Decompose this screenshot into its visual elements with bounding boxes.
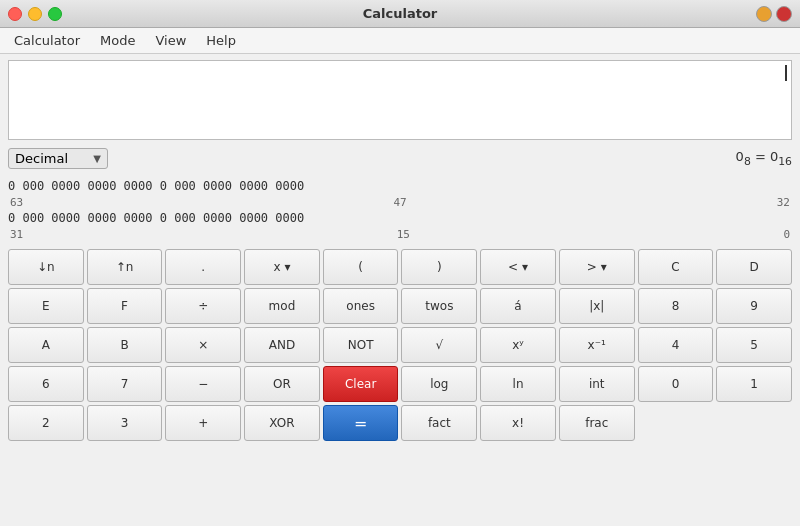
key-b[interactable]: B bbox=[87, 327, 163, 363]
title-bar: Calculator bbox=[0, 0, 800, 28]
key-and[interactable]: AND bbox=[244, 327, 320, 363]
key-frac[interactable]: frac bbox=[559, 405, 635, 441]
window-controls bbox=[8, 7, 62, 21]
bit-row-2-labels: 31 15 0 bbox=[8, 228, 792, 241]
key--x-[interactable]: |x| bbox=[559, 288, 635, 324]
key--[interactable]: √ bbox=[401, 327, 477, 363]
bit-label-15: 15 bbox=[397, 228, 410, 241]
bit-label-63: 63 bbox=[10, 196, 23, 209]
key-4[interactable]: 4 bbox=[638, 327, 714, 363]
key--n[interactable]: ↑n bbox=[87, 249, 163, 285]
key-0[interactable]: 0 bbox=[638, 366, 714, 402]
key-ones[interactable]: ones bbox=[323, 288, 399, 324]
key-a[interactable]: A bbox=[8, 327, 84, 363]
bit-row-1-labels: 63 47 32 bbox=[8, 196, 792, 209]
menu-calculator[interactable]: Calculator bbox=[4, 31, 90, 50]
maximize-button[interactable] bbox=[48, 7, 62, 21]
key-7[interactable]: 7 bbox=[87, 366, 163, 402]
menu-bar: Calculator Mode View Help bbox=[0, 28, 800, 54]
tr-btn1 bbox=[756, 6, 772, 22]
key--[interactable]: á bbox=[480, 288, 556, 324]
key----[interactable]: < ▾ bbox=[480, 249, 556, 285]
key--[interactable]: ÷ bbox=[165, 288, 241, 324]
key--[interactable]: ( bbox=[323, 249, 399, 285]
key--[interactable]: − bbox=[165, 366, 241, 402]
decimal-dropdown[interactable]: Decimal ▼ bbox=[8, 148, 108, 169]
bit-row-2: 0 000 0000 0000 0000 0 000 0000 0000 000… bbox=[8, 209, 792, 228]
key--[interactable]: . bbox=[165, 249, 241, 285]
title-bar-right bbox=[756, 6, 792, 22]
minimize-button[interactable] bbox=[28, 7, 42, 21]
cursor bbox=[785, 65, 787, 81]
bottom-display: Decimal ▼ 08 = 016 bbox=[0, 146, 800, 171]
menu-mode[interactable]: Mode bbox=[90, 31, 145, 50]
key-3[interactable]: 3 bbox=[87, 405, 163, 441]
key-log[interactable]: log bbox=[401, 366, 477, 402]
key-int[interactable]: int bbox=[559, 366, 635, 402]
bit-label-32: 32 bbox=[777, 196, 790, 209]
decimal-label: Decimal bbox=[15, 151, 68, 166]
bit-row-1: 0 000 0000 0000 0000 0 000 0000 0000 000… bbox=[8, 177, 792, 196]
key-twos[interactable]: twos bbox=[401, 288, 477, 324]
key--n[interactable]: ↓n bbox=[8, 249, 84, 285]
octal-display: 08 = 016 bbox=[736, 149, 792, 168]
bit-label-31: 31 bbox=[10, 228, 23, 241]
close-button[interactable] bbox=[8, 7, 22, 21]
key-5[interactable]: 5 bbox=[716, 327, 792, 363]
key-x--[interactable]: x⁻¹ bbox=[559, 327, 635, 363]
bit-row-2-values: 0 000 0000 0000 0000 0 000 0000 0000 000… bbox=[8, 209, 304, 228]
dropdown-arrow-icon: ▼ bbox=[93, 153, 101, 164]
key----[interactable]: > ▾ bbox=[559, 249, 635, 285]
key-x--[interactable]: x ▾ bbox=[244, 249, 320, 285]
key-clear[interactable]: Clear bbox=[323, 366, 399, 402]
display-area bbox=[8, 60, 792, 140]
key-8[interactable]: 8 bbox=[638, 288, 714, 324]
key-not[interactable]: NOT bbox=[323, 327, 399, 363]
key-xor[interactable]: XOR bbox=[244, 405, 320, 441]
key--[interactable]: = bbox=[323, 405, 399, 441]
tr-btn2 bbox=[776, 6, 792, 22]
key-fact[interactable]: fact bbox=[401, 405, 477, 441]
menu-help[interactable]: Help bbox=[196, 31, 246, 50]
key--[interactable]: ) bbox=[401, 249, 477, 285]
key-or[interactable]: OR bbox=[244, 366, 320, 402]
bit-label-47: 47 bbox=[393, 196, 406, 209]
key--[interactable]: × bbox=[165, 327, 241, 363]
key-d[interactable]: D bbox=[716, 249, 792, 285]
bit-row-1-values: 0 000 0000 0000 0000 0 000 0000 0000 000… bbox=[8, 177, 304, 196]
key-6[interactable]: 6 bbox=[8, 366, 84, 402]
key-e[interactable]: E bbox=[8, 288, 84, 324]
key-1[interactable]: 1 bbox=[716, 366, 792, 402]
key-x-[interactable]: x! bbox=[480, 405, 556, 441]
key--[interactable]: + bbox=[165, 405, 241, 441]
menu-view[interactable]: View bbox=[145, 31, 196, 50]
bit-display: 0 000 0000 0000 0000 0 000 0000 0000 000… bbox=[0, 173, 800, 245]
key-c[interactable]: C bbox=[638, 249, 714, 285]
key-mod[interactable]: mod bbox=[244, 288, 320, 324]
key-9[interactable]: 9 bbox=[716, 288, 792, 324]
key-ln[interactable]: ln bbox=[480, 366, 556, 402]
keypad: ↓n↑n.x ▾()< ▾> ▾CDEF÷modonestwosá|x|89AB… bbox=[0, 245, 800, 445]
bit-label-0: 0 bbox=[783, 228, 790, 241]
key-2[interactable]: 2 bbox=[8, 405, 84, 441]
window-title: Calculator bbox=[363, 6, 438, 21]
key-x-[interactable]: xʸ bbox=[480, 327, 556, 363]
key-f[interactable]: F bbox=[87, 288, 163, 324]
